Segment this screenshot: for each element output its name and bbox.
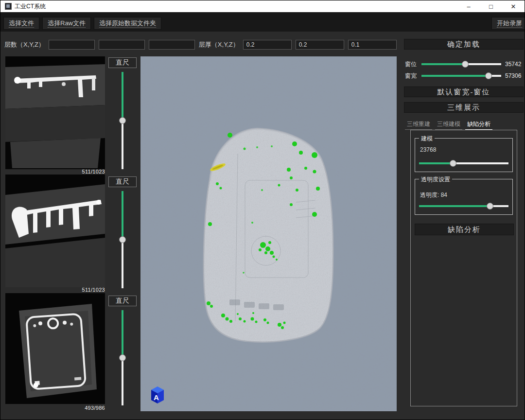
thickness-label: 层厚（X,Y,Z） <box>199 40 239 49</box>
select-data-folder-button[interactable]: 选择原始数据文件夹 <box>94 17 161 30</box>
select-raw-file-label: 选择Raw文件 <box>48 19 86 28</box>
slider-fill <box>122 191 123 240</box>
ct-slice-view-1[interactable] <box>5 56 105 169</box>
ct-slice-image-2 <box>5 175 105 287</box>
slider-fill <box>421 75 491 77</box>
slice-slider-1[interactable] <box>119 72 126 169</box>
slice-slider-2[interactable] <box>119 191 126 288</box>
ruler-button-1[interactable]: 直尺 <box>108 57 137 68</box>
slice-slider-column-1: 直尺 <box>106 57 139 169</box>
slice-position-2: 511/1023 <box>5 287 105 293</box>
slice-position-3: 493/986 <box>5 405 105 411</box>
thickness-x-input[interactable] <box>243 40 292 50</box>
window-level-value: 35742 <box>505 61 525 68</box>
tab-3d-modeling[interactable]: 三维建模 <box>435 119 462 130</box>
layers-z-input[interactable] <box>149 40 195 50</box>
transparency-slider[interactable] <box>419 203 508 210</box>
svg-text:A: A <box>154 393 159 402</box>
layers-x-input[interactable] <box>49 40 95 50</box>
ct-slice-view-3[interactable] <box>5 293 105 404</box>
modeling-value: 23768 <box>420 146 436 153</box>
window-level-slider[interactable] <box>421 61 501 68</box>
close-button[interactable]: ✕ <box>502 0 525 12</box>
titlebar: 工业CT系统 – □ ✕ <box>0 0 525 12</box>
slider-thumb[interactable] <box>462 61 469 68</box>
parameter-row: 层数（X,Y,Z） 层厚（X,Y,Z） <box>4 39 397 50</box>
layers-y-input[interactable] <box>99 40 145 50</box>
layers-label: 层数（X,Y,Z） <box>4 40 45 49</box>
slider-fill <box>122 310 123 358</box>
slider-thumb[interactable] <box>485 72 492 79</box>
modeling-group: 建模 23768 <box>415 138 513 172</box>
ct-slice-view-2[interactable] <box>5 175 105 287</box>
thickness-y-input[interactable] <box>296 40 344 50</box>
slider-thumb[interactable] <box>450 160 456 167</box>
modeling-group-title: 建模 <box>419 135 435 143</box>
slider-thumb[interactable] <box>119 117 126 124</box>
window-width-row: 窗宽 57306 <box>405 72 525 80</box>
select-raw-file-button[interactable]: 选择Raw文件 <box>42 17 91 30</box>
slider-fill <box>419 205 492 207</box>
select-file-label: 选择文件 <box>9 19 34 28</box>
select-file-button[interactable]: 选择文件 <box>3 17 39 30</box>
default-window-button[interactable]: 默认窗宽-窗位 <box>404 87 524 97</box>
slice-slider-column-2: 直尺 <box>106 176 139 288</box>
ruler-button-2[interactable]: 直尺 <box>108 176 137 187</box>
select-data-folder-label: 选择原始数据文件夹 <box>99 19 156 28</box>
window-width-slider[interactable] <box>421 72 501 79</box>
analysis-tabs: 三维重建 三维建模 缺陷分析 <box>405 119 492 130</box>
window-level-label: 窗位 <box>405 60 418 69</box>
slider-fill <box>421 63 465 65</box>
tab-defect-analysis[interactable]: 缺陷分析 <box>465 119 492 130</box>
transparency-group: 透明度设置 透明度: 84 <box>415 179 513 215</box>
logo-cube-icon: A <box>151 386 164 403</box>
start-recording-label: 开始录屏 <box>497 19 522 28</box>
ct-slice-image-3 <box>5 293 105 404</box>
slice-slider-3[interactable] <box>119 310 126 405</box>
app-icon <box>5 3 12 10</box>
3d-viewport[interactable]: A <box>140 56 397 411</box>
ruler-button-3[interactable]: 直尺 <box>108 296 137 306</box>
maximize-button[interactable]: □ <box>480 0 502 12</box>
app-window: 工业CT系统 – □ ✕ 选择文件 选择Raw文件 选择原始数据文件夹 开始录屏… <box>0 0 525 420</box>
slice-slider-column-3: 直尺 <box>106 296 139 405</box>
window-level-row: 窗位 35742 <box>405 60 525 68</box>
modeling-slider[interactable] <box>419 160 508 167</box>
thickness-z-input[interactable] <box>348 40 397 50</box>
slider-thumb[interactable] <box>119 236 126 243</box>
slice-position-1: 511/1023 <box>5 169 105 175</box>
defect-analysis-button[interactable]: 缺陷分析 <box>415 224 514 235</box>
confirm-load-button[interactable]: 确定加载 <box>404 39 524 50</box>
slider-thumb[interactable] <box>487 203 493 210</box>
ct-slice-image-1 <box>5 56 105 169</box>
slider-fill <box>122 72 123 121</box>
slider-fill <box>419 162 452 164</box>
toolbar: 选择文件 选择Raw文件 选择原始数据文件夹 开始录屏 <box>0 12 525 32</box>
defect-analysis-panel: 建模 23768 透明度设置 透明度: 84 缺陷分析 <box>410 130 517 406</box>
3d-display-button[interactable]: 三维展示 <box>404 102 524 113</box>
slider-thumb[interactable] <box>119 354 126 361</box>
window-title: 工业CT系统 <box>15 2 46 11</box>
3d-render-canvas: A <box>140 56 397 411</box>
tab-3d-reconstruction[interactable]: 三维重建 <box>405 119 432 130</box>
minimize-button[interactable]: – <box>457 0 480 12</box>
window-width-value: 57306 <box>505 72 525 79</box>
start-recording-button[interactable]: 开始录屏 <box>491 17 525 30</box>
window-width-label: 窗宽 <box>405 72 418 80</box>
transparency-group-title: 透明度设置 <box>419 175 452 184</box>
transparency-value: 透明度: 84 <box>420 191 447 199</box>
